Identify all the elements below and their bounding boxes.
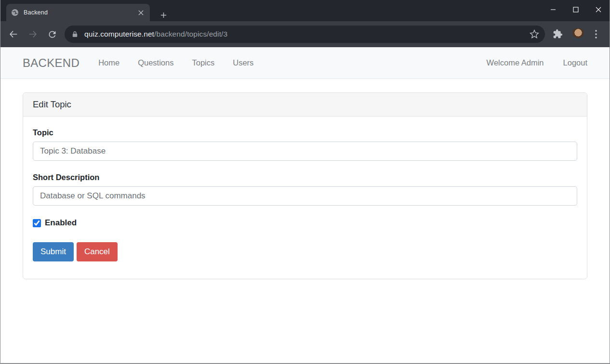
browser-window: Backend (0, 0, 610, 364)
tab-title: Backend (24, 9, 137, 16)
profile-avatar[interactable] (572, 28, 584, 40)
edit-topic-card: Edit Topic Topic Short Description Enabl… (23, 92, 587, 279)
address-bar[interactable]: quiz.computerise.net/backend/topics/edit… (65, 26, 545, 43)
nav-item-users[interactable]: Users (224, 58, 263, 67)
submit-button[interactable]: Submit (33, 242, 74, 261)
enabled-checkbox[interactable] (33, 219, 41, 227)
site-navbar: BACKEND Home Questions Topics Users Welc… (0, 47, 610, 79)
nav-item-topics[interactable]: Topics (183, 58, 224, 67)
navbar-right: Welcome Admin Logout (487, 58, 587, 67)
window-controls (542, 0, 610, 19)
url-domain: quiz.computerise.net (84, 30, 154, 38)
browser-tab-bar: Backend (0, 0, 610, 21)
globe-favicon-icon (11, 9, 19, 16)
reload-icon[interactable] (46, 28, 58, 40)
enabled-check-row: Enabled (33, 218, 577, 228)
short-description-input[interactable] (33, 186, 577, 206)
lock-icon[interactable] (71, 30, 79, 38)
nav-item-questions[interactable]: Questions (129, 58, 183, 67)
back-arrow-icon[interactable] (8, 28, 19, 40)
url-text[interactable]: quiz.computerise.net/backend/topics/edit… (84, 30, 227, 39)
tab-close-icon[interactable] (137, 9, 145, 17)
topic-input[interactable] (33, 142, 577, 161)
brand-backend[interactable]: BACKEND (23, 56, 80, 70)
bookmark-star-icon[interactable] (530, 29, 539, 39)
form-buttons: Submit Cancel (33, 242, 577, 261)
logout-link[interactable]: Logout (563, 58, 587, 67)
welcome-text: Welcome Admin (487, 58, 544, 67)
cancel-button[interactable]: Cancel (77, 242, 118, 261)
maximize-icon[interactable] (564, 0, 587, 19)
new-tab-button[interactable] (158, 9, 169, 21)
browser-tab[interactable]: Backend (6, 4, 150, 21)
nav-item-home[interactable]: Home (89, 58, 129, 67)
forward-arrow-icon[interactable] (27, 28, 39, 40)
minimize-icon[interactable] (542, 0, 564, 19)
short-description-label: Short Description (33, 173, 577, 182)
topic-form-group: Topic (33, 128, 577, 161)
kebab-menu-icon[interactable] (591, 28, 601, 40)
enabled-label: Enabled (45, 218, 77, 228)
description-form-group: Short Description (33, 173, 577, 206)
browser-toolbar: quiz.computerise.net/backend/topics/edit… (0, 21, 610, 47)
edit-topic-form: Topic Short Description Enabled Submit C… (23, 117, 587, 279)
extensions-puzzle-icon[interactable] (553, 29, 563, 39)
topic-label: Topic (33, 128, 577, 137)
card-header-title: Edit Topic (23, 93, 587, 117)
url-path: /backend/topics/edit/3 (154, 30, 227, 38)
nav-links: Home Questions Topics Users (89, 58, 263, 67)
page-content: Edit Topic Topic Short Description Enabl… (0, 79, 610, 363)
close-icon[interactable] (587, 0, 610, 19)
